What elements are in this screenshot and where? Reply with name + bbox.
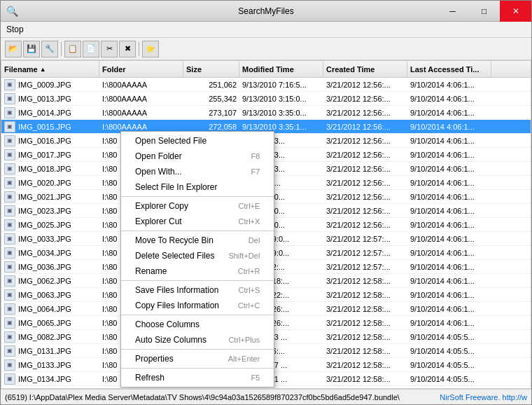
app-icon: 🔍 — [6, 6, 18, 17]
cell-accessed: 9/10/2014 4:06:1... — [407, 135, 491, 146]
file-icon: ▣ — [4, 177, 15, 188]
cell-created: 3/21/2012 12:57:... — [323, 233, 407, 245]
maximize-button[interactable]: □ — [468, 1, 500, 22]
context-menu-item[interactable]: Explorer CutCtrl+X — [121, 214, 274, 229]
window-controls: ─ □ ✕ — [437, 1, 531, 22]
sort-arrow-icon: ▲ — [40, 66, 46, 73]
cell-accessed: 9/10/2014 4:05:5... — [407, 331, 491, 343]
context-menu-item[interactable]: PropertiesAlt+Enter — [121, 351, 274, 366]
context-menu-item[interactable]: Save Files InformationCtrl+S — [121, 282, 274, 298]
context-menu-item[interactable]: Select File In Explorer — [121, 179, 274, 195]
context-menu-item[interactable]: Delete Selected FilesShift+Del — [121, 248, 274, 263]
minimize-button[interactable]: ─ — [437, 1, 468, 22]
table-row[interactable]: ▣ IMG_0014.JPG I:\800AAAAA 273,107 9/13/… — [1, 106, 531, 120]
col-header-created[interactable]: Created Time — [323, 61, 407, 77]
cell-accessed: 9/10/2014 4:05:5... — [407, 373, 491, 385]
file-icon: ▣ — [4, 261, 15, 273]
cell-filename: ▣ IMG_0131.JPG — [1, 344, 99, 358]
file-icon: ▣ — [4, 359, 15, 371]
col-header-accessed[interactable]: Last Accessed Ti... — [407, 61, 491, 77]
toolbar-btn-7[interactable]: ✖ — [119, 41, 136, 57]
file-icon: ▣ — [4, 233, 15, 245]
cell-size: 255,342 — [183, 93, 239, 104]
toolbar: 📂 💾 🔧 📋 📄 ✂ ✖ ⭐ — [1, 38, 531, 60]
cell-created: 3/21/2012 12:58:... — [323, 345, 407, 357]
context-menu-item[interactable]: Copy Files InformationCtrl+C — [121, 298, 274, 313]
status-right: NirSoft Freeware. http://w — [440, 393, 527, 401]
context-menu-item[interactable]: Open FolderF8 — [121, 149, 274, 164]
col-header-filename[interactable]: Filename ▲ — [1, 61, 99, 77]
cell-filename: ▣ IMG_0082.JPG — [1, 330, 99, 344]
table-row[interactable]: ▣ IMG_0013.JPG I:\800AAAAA 255,342 9/13/… — [1, 92, 531, 106]
file-list-header: Filename ▲ Folder Size Modified Time Cre… — [1, 61, 531, 78]
context-menu-item[interactable]: RenameCtrl+R — [121, 263, 274, 279]
cell-filename: ▣ IMG_0009.JPG — [1, 78, 99, 92]
table-row[interactable]: ▣ IMG_0009.JPG I:\800AAAAA 251,062 9/13/… — [1, 78, 531, 92]
cell-created: 3/21/2012 12:56:... — [323, 121, 407, 132]
cell-accessed: 9/10/2014 4:06:1... — [407, 289, 491, 301]
toolbar-btn-3[interactable]: 🔧 — [41, 41, 58, 57]
cell-accessed: 9/10/2014 4:06:1... — [407, 247, 491, 259]
file-icon: ▣ — [4, 317, 15, 329]
cell-size: 273,107 — [183, 107, 239, 118]
cell-accessed: 9/10/2014 4:06:1... — [407, 107, 491, 118]
cell-created: 3/21/2012 12:56:... — [323, 149, 407, 160]
cell-accessed: 9/10/2014 4:06:1... — [407, 303, 491, 315]
cell-filename: ▣ IMG_0017.JPG — [1, 148, 99, 162]
toolbar-btn-1[interactable]: 📂 — [5, 41, 22, 57]
menu-stop[interactable]: Stop — [6, 25, 24, 34]
cell-filename: ▣ IMG_0020.JPG — [1, 176, 99, 190]
cell-filename: ▣ IMG_0023.JPG — [1, 204, 99, 218]
context-menu-item[interactable]: Open Selected File — [121, 133, 274, 149]
cell-filename: ▣ IMG_0063.JPG — [1, 288, 99, 302]
cell-filename: ▣ IMG_0015.JPG — [1, 120, 99, 134]
cell-created: 3/21/2012 12:56:... — [323, 93, 407, 104]
col-header-folder[interactable]: Folder — [99, 61, 183, 77]
cell-created: 3/21/2012 12:56:... — [323, 135, 407, 146]
cell-accessed: 9/10/2014 4:06:1... — [407, 261, 491, 273]
cell-created: 3/21/2012 12:58:... — [323, 373, 407, 385]
toolbar-btn-2[interactable]: 💾 — [23, 41, 40, 57]
cell-accessed: 9/10/2014 4:06:1... — [407, 79, 491, 90]
cell-created: 3/21/2012 12:56:... — [323, 177, 407, 188]
toolbar-btn-4[interactable]: 📋 — [64, 41, 81, 57]
file-icon: ▣ — [4, 121, 15, 132]
cell-accessed: 9/10/2014 4:06:1... — [407, 191, 491, 202]
menu-bar: Stop — [1, 22, 531, 38]
cell-filename: ▣ IMG_0064.JPG — [1, 302, 99, 316]
cell-filename: ▣ IMG_0021.JPG — [1, 190, 99, 204]
cell-filename: ▣ IMG_0036.JPG — [1, 260, 99, 274]
file-icon: ▣ — [4, 191, 15, 202]
cell-filename: ▣ IMG_0062.JPG — [1, 274, 99, 288]
cell-size: 251,062 — [183, 79, 239, 90]
cell-filename: ▣ IMG_0134.JPG — [1, 372, 99, 386]
context-menu-item[interactable]: Choose Columns — [121, 317, 274, 332]
context-menu-item[interactable]: Auto Size ColumnsCtrl+Plus — [121, 332, 274, 348]
cell-created: 3/21/2012 12:56:... — [323, 191, 407, 202]
cell-created: 3/21/2012 12:56:... — [323, 79, 407, 90]
close-button[interactable]: ✕ — [500, 1, 531, 22]
context-menu-item[interactable]: RefreshF5 — [121, 370, 274, 385]
context-menu-item[interactable]: Move To Recycle BinDel — [121, 233, 274, 248]
cell-created: 3/21/2012 12:56:... — [323, 205, 407, 217]
toolbar-btn-6[interactable]: ✂ — [101, 41, 118, 57]
cell-created: 3/21/2012 12:58:... — [323, 331, 407, 343]
col-header-size[interactable]: Size — [183, 61, 239, 77]
context-menu-item[interactable]: Open With...F7 — [121, 164, 274, 179]
toolbar-btn-8[interactable]: ⭐ — [142, 41, 159, 57]
file-icon: ▣ — [4, 345, 15, 357]
cell-created: 3/21/2012 12:58:... — [323, 359, 407, 371]
status-bar: (6519) I:\AppData\Plex Media Server\Meta… — [1, 389, 531, 404]
cell-modified: 9/13/2010 3:35:0... — [239, 107, 323, 118]
context-menu-item[interactable]: Explorer CopyCtrl+E — [121, 198, 274, 214]
cell-accessed: 9/10/2014 4:06:1... — [407, 219, 491, 231]
context-menu: Open Selected FileOpen FolderF8Open With… — [120, 131, 274, 387]
cell-filename: ▣ IMG_0014.JPG — [1, 106, 99, 120]
file-icon: ▣ — [4, 163, 15, 174]
toolbar-btn-5[interactable]: 📄 — [83, 41, 99, 57]
cell-created: 3/21/2012 12:57:... — [323, 247, 407, 259]
status-left: (6519) I:\AppData\Plex Media Server\Meta… — [5, 393, 400, 401]
file-icon: ▣ — [4, 373, 15, 385]
cell-filename: ▣ IMG_0033.JPG — [1, 232, 99, 246]
col-header-modified[interactable]: Modified Time — [239, 61, 323, 77]
